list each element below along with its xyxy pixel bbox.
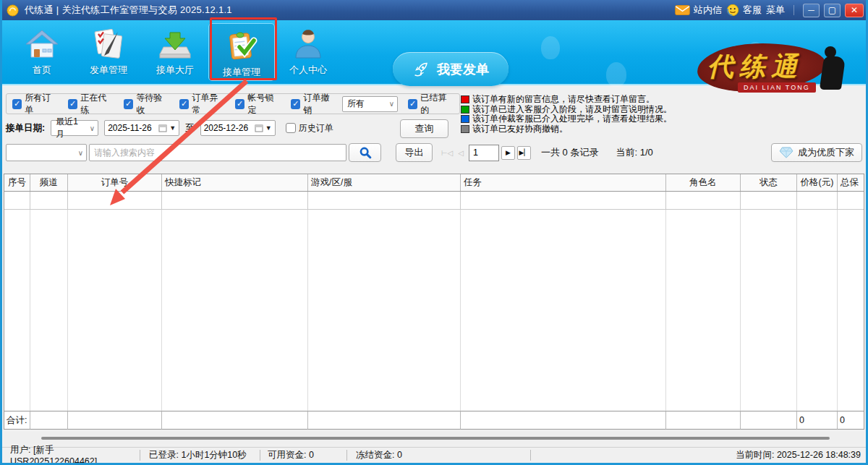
- previous-page-button[interactable]: ◁: [455, 146, 467, 159]
- col-header-index[interactable]: 序号: [4, 174, 30, 191]
- table-cell: [666, 411, 741, 430]
- minimize-button[interactable]: ─: [803, 4, 820, 17]
- become-quality-buyer-button[interactable]: 成为优质下家: [771, 143, 862, 162]
- nav-order-management-label: 接单管理: [223, 66, 260, 79]
- table-column-area: [741, 210, 797, 411]
- close-button[interactable]: ✕: [845, 4, 864, 17]
- total-price-value: 0: [797, 411, 838, 430]
- col-header-role-name[interactable]: 角色名: [666, 174, 741, 191]
- table-cell: [4, 192, 30, 210]
- filter-order-cancelled[interactable]: ✓ 订单撤销: [291, 92, 336, 116]
- table-column-area: [838, 210, 864, 411]
- current-page-text: 当前: 1/0: [616, 146, 652, 159]
- order-hall-icon: [158, 27, 192, 61]
- maximize-button[interactable]: ▢: [824, 4, 841, 17]
- dropdown-arrow-icon: ▼: [169, 124, 176, 132]
- profile-icon: [291, 27, 326, 61]
- filter-settled[interactable]: ✓ 已结算的: [408, 92, 454, 116]
- filter-account-locked[interactable]: ✓ 帐号锁定: [235, 92, 281, 116]
- checkbox-checked-icon: ✓: [179, 99, 189, 109]
- first-page-button[interactable]: ⊢◁: [441, 146, 453, 159]
- checkbox-checked-icon: ✓: [235, 99, 244, 109]
- customer-service-button[interactable]: 客服: [726, 4, 762, 17]
- table-cell: [68, 192, 162, 210]
- next-page-button[interactable]: ▶: [501, 146, 515, 160]
- legend-gray-swatch: [461, 125, 469, 133]
- table-column-area: [461, 210, 666, 411]
- status-filter-group: ✓ 所有订单 ✓ 正在代练 ✓ 等待验收 ✓ 订单异常 ✓ 帐号锁定 ✓ 订单撤…: [6, 93, 460, 114]
- diamond-icon: [779, 147, 793, 158]
- search-input[interactable]: [89, 144, 346, 161]
- nav-order-management-active[interactable]: 接单管理: [208, 23, 275, 81]
- search-icon: [359, 146, 372, 159]
- checkbox-checked-icon: ✓: [68, 99, 77, 109]
- logo-text: 代练通: [707, 49, 803, 85]
- filter-all-orders[interactable]: ✓ 所有订单: [12, 92, 58, 116]
- total-records-text: 一共 0 条记录: [541, 146, 598, 159]
- app-window: 代练通 | 关注代练工作室管理与交易 2025.12.1.1 站内信 客服: [0, 0, 868, 465]
- logo-silhouette: [820, 56, 846, 90]
- table-column-area: [308, 210, 461, 411]
- lantern-decoration: [606, 62, 626, 87]
- legend-red-swatch: [461, 95, 469, 103]
- table-cell: [30, 411, 68, 430]
- legend-green-swatch: [461, 106, 469, 114]
- col-header-task[interactable]: 任务: [461, 174, 666, 191]
- chevron-down-icon: ∨: [78, 149, 83, 157]
- col-header-status[interactable]: 状态: [741, 174, 797, 191]
- horizontal-scrollbar-thumb[interactable]: [41, 437, 830, 440]
- col-header-quick-mark[interactable]: 快捷标记: [162, 174, 308, 191]
- query-button[interactable]: 查询: [400, 119, 448, 138]
- nav-order-hall[interactable]: 接单大厅: [142, 22, 208, 82]
- home-icon: [25, 27, 59, 61]
- calendar-icon: [158, 124, 167, 132]
- search-category-select[interactable]: ∨: [6, 144, 87, 161]
- col-header-game-zone-server[interactable]: 游戏/区/服: [308, 174, 461, 191]
- nav-home[interactable]: 首页: [9, 22, 75, 82]
- page-number-input[interactable]: [469, 145, 499, 161]
- rocket-icon: [412, 61, 430, 78]
- publish-order-button[interactable]: 我要发单: [393, 52, 509, 86]
- inbox-button[interactable]: 站内信: [675, 4, 722, 17]
- date-to-picker[interactable]: 2025-12-26 ▼: [200, 120, 276, 136]
- search-row: ∨ 导出 ⊢◁ ◁ ▶ ▶▏ 一共 0 条记录 当前: 1/0 成为优质下家: [6, 142, 862, 163]
- date-filter-label: 接单日期:: [6, 122, 45, 135]
- date-from-picker[interactable]: 2025-11-26 ▼: [104, 120, 179, 136]
- nav-profile[interactable]: 个人中心: [275, 22, 341, 82]
- mail-icon: [675, 5, 690, 15]
- col-header-deposit[interactable]: 总保: [838, 174, 864, 191]
- nav-send-order-management[interactable]: 发单管理: [75, 22, 142, 82]
- publish-order-label: 我要发单: [437, 61, 489, 78]
- table-column-area: [797, 210, 838, 411]
- cancel-filter-select[interactable]: 所有 ∨: [342, 96, 398, 112]
- table-total-row: 合计: 0 0: [4, 411, 864, 430]
- calendar-icon: [255, 124, 263, 132]
- date-to-value: 2025-12-26: [204, 123, 248, 133]
- history-orders-checkbox[interactable]: 历史订单: [286, 122, 333, 135]
- col-header-order-no[interactable]: 订单号: [68, 174, 162, 191]
- status-available-funds: 可用资金: 0: [260, 449, 346, 461]
- horizontal-scrollbar[interactable]: [4, 432, 864, 444]
- last-page-button[interactable]: ▶▏: [517, 146, 531, 160]
- search-button[interactable]: [349, 143, 381, 162]
- filter-order-abnormal[interactable]: ✓ 订单异常: [179, 92, 225, 116]
- filter-label: 已结算的: [420, 92, 454, 116]
- nav-profile-label: 个人中心: [289, 64, 327, 77]
- filter-pending-acceptance[interactable]: ✓ 等待验收: [124, 92, 169, 116]
- filter-label: 帐号锁定: [247, 92, 281, 116]
- checkbox-checked-icon: ✓: [408, 99, 417, 109]
- table-cell: [68, 411, 162, 430]
- table-cell: [838, 192, 864, 210]
- status-login-duration: 已登录: 1小时1分钟10秒: [140, 449, 260, 461]
- date-preset-select[interactable]: 最近1月 ∨: [51, 120, 98, 136]
- cancel-filter-value: 所有: [347, 98, 365, 110]
- menu-button[interactable]: 菜单: [766, 4, 785, 17]
- filter-in-training[interactable]: ✓ 正在代练: [68, 92, 114, 116]
- table-column-area: [666, 210, 741, 411]
- table-cell: [741, 411, 797, 430]
- col-header-channel[interactable]: 频道: [30, 174, 68, 191]
- export-button[interactable]: 导出: [396, 143, 433, 162]
- col-header-price[interactable]: 价格(元): [797, 174, 838, 191]
- empty-table-row: [4, 192, 864, 210]
- send-order-icon: [91, 27, 126, 61]
